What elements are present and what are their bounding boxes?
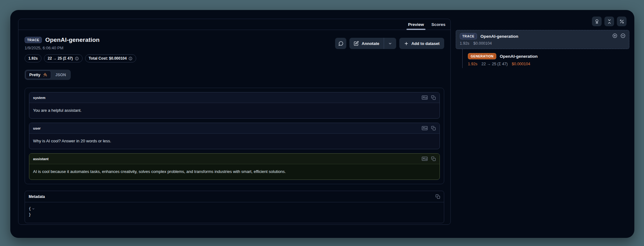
trace-header-row: TRACE OpenAI-generation 1/9/2025, 6:06:4…: [25, 37, 444, 50]
metadata-panel: Metadata { }: [25, 191, 444, 223]
preview-scores-tabbar: Preview Scores: [18, 19, 450, 30]
trace-timestamp: 1/9/2025, 6:06:40 PM: [25, 46, 100, 50]
info-icon[interactable]: [128, 57, 132, 61]
add-to-dataset-button[interactable]: Add to dataset: [399, 38, 444, 49]
token-usage-badge: 22 → 25 (Σ 47): [44, 54, 83, 62]
copy-icon[interactable]: [435, 194, 440, 199]
total-cost-badge: Total Cost: $0.000104: [85, 54, 137, 62]
tree-generation-tokens: 22 → 25 (Σ 47): [482, 62, 508, 66]
tree-trace-row[interactable]: TRACE OpenAI-generation 1.92s $0.000104: [456, 30, 629, 49]
page-title: OpenAI-generation: [45, 37, 99, 43]
annotate-label: Annotate: [362, 41, 379, 46]
io-format-toggle: Pretty JSON: [25, 70, 71, 80]
tab-scores[interactable]: Scores: [431, 22, 445, 27]
message-role: assistant: [33, 157, 49, 161]
metadata-open-brace: {: [29, 206, 31, 212]
metadata-close-brace: }: [29, 212, 440, 218]
trace-tree: TRACE OpenAI-generation 1.92s $0.000104 …: [456, 30, 629, 68]
trace-detail-panel: Preview Scores TRACE OpenAI-generation 1…: [18, 19, 451, 225]
toggle-metrics-button[interactable]: [617, 17, 627, 26]
tab-preview[interactable]: Preview: [408, 22, 424, 27]
message-card-assistant: assistant AI is cool because it automate…: [29, 153, 440, 180]
trace-actions-row: Annotate Add to dataset: [335, 38, 444, 49]
tree-toolbar: [592, 17, 627, 26]
markdown-icon[interactable]: [422, 126, 428, 130]
generation-type-badge: GENERATION: [468, 53, 496, 59]
copy-icon[interactable]: [431, 156, 436, 161]
comment-icon: [338, 41, 344, 46]
add-to-dataset-label: Add to dataset: [411, 41, 440, 46]
markdown-icon[interactable]: [422, 156, 428, 161]
markdown-icon[interactable]: [422, 95, 428, 100]
tree-generation-row[interactable]: GENERATION OpenAI-generation 1.92s 22 → …: [462, 49, 629, 68]
info-icon[interactable]: [75, 57, 79, 61]
message-role: user: [33, 126, 41, 130]
toggle-json[interactable]: JSON: [51, 71, 70, 79]
messages-container: system You are a helpful assistant.: [25, 88, 444, 184]
trace-type-badge: TRACE: [460, 33, 477, 39]
message-card-user: user Why is AI cool? Answer in 20 words …: [29, 123, 440, 149]
message-content: AI is cool because it automates tasks, e…: [29, 164, 440, 180]
trace-type-badge: TRACE: [25, 37, 42, 43]
award-icon: [594, 19, 599, 24]
copy-icon[interactable]: [431, 95, 436, 100]
annotate-dropdown-button[interactable]: [384, 38, 396, 49]
plus-icon: [404, 41, 409, 46]
tree-trace-latency: 1.92s: [460, 41, 469, 46]
app-window: Preview Scores TRACE OpenAI-generation 1…: [10, 10, 634, 238]
collapse-vertical-icon: [607, 19, 612, 24]
comment-button[interactable]: [335, 38, 346, 49]
percent-icon: [619, 19, 624, 24]
annotate-pencil-icon: [354, 41, 359, 46]
annotate-split-button: Annotate: [349, 38, 396, 49]
copy-icon[interactable]: [431, 126, 436, 130]
trace-content: TRACE OpenAI-generation 1/9/2025, 6:06:4…: [18, 30, 450, 223]
tree-trace-cost: $0.000104: [473, 41, 492, 46]
tree-generation-cost: $0.000104: [512, 62, 530, 66]
message-role: system: [33, 96, 46, 100]
trace-stats-row: 1.92s 22 → 25 (Σ 47) Total Cost: $0.0001…: [25, 54, 444, 62]
latency-badge: 1.92s: [25, 54, 41, 62]
sparkles-icon: [43, 72, 47, 77]
tree-generation-title: OpenAI-generation: [500, 54, 538, 59]
toggle-pretty[interactable]: Pretty: [26, 71, 51, 79]
metadata-json-body: { }: [25, 202, 444, 223]
chevron-down-icon: [388, 42, 392, 46]
expand-all-icon[interactable]: [612, 33, 618, 38]
metadata-title: Metadata: [29, 194, 45, 199]
message-card-system: system You are a helpful assistant.: [29, 92, 440, 119]
trace-title-block: TRACE OpenAI-generation 1/9/2025, 6:06:4…: [25, 37, 100, 50]
pretty-label: Pretty: [29, 73, 40, 77]
message-content: Why is AI cool? Answer in 20 words or le…: [29, 134, 440, 149]
collapse-all-icon[interactable]: [620, 33, 626, 38]
tree-trace-title: OpenAI-generation: [480, 34, 518, 39]
chevron-down-icon[interactable]: [32, 207, 35, 210]
tree-generation-latency: 1.92s: [468, 62, 478, 66]
annotate-button[interactable]: Annotate: [349, 38, 383, 49]
collapse-tree-button[interactable]: [604, 17, 614, 26]
message-content: You are a helpful assistant.: [29, 103, 440, 118]
scores-award-button[interactable]: [592, 17, 602, 26]
